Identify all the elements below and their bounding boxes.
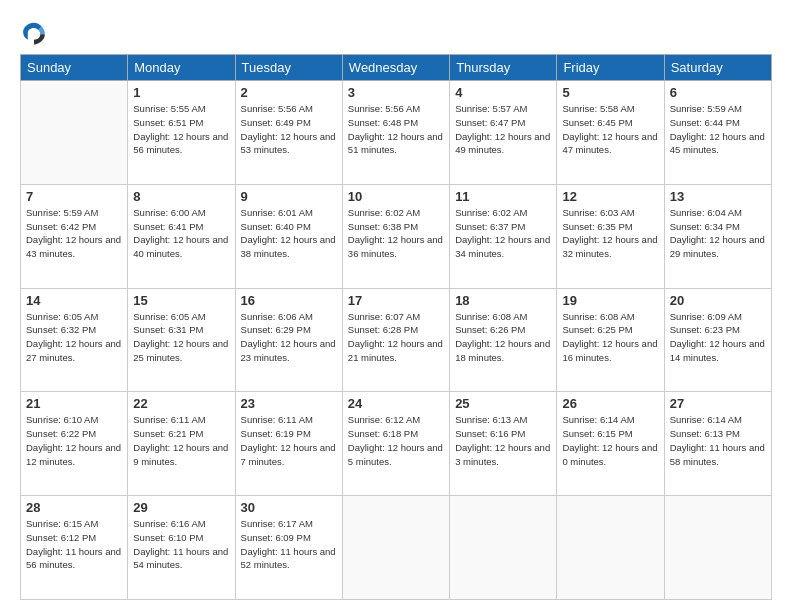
daylight-text: Daylight: 11 hours and 56 minutes. <box>26 546 121 571</box>
cell-info: Sunrise: 5:55 AMSunset: 6:51 PMDaylight:… <box>133 102 229 157</box>
daylight-text: Daylight: 12 hours and 3 minutes. <box>455 442 550 467</box>
calendar-cell: 5Sunrise: 5:58 AMSunset: 6:45 PMDaylight… <box>557 81 664 185</box>
calendar-table: SundayMondayTuesdayWednesdayThursdayFrid… <box>20 54 772 600</box>
day-number: 20 <box>670 293 766 308</box>
day-number: 25 <box>455 396 551 411</box>
cell-info: Sunrise: 5:58 AMSunset: 6:45 PMDaylight:… <box>562 102 658 157</box>
calendar-cell: 15Sunrise: 6:05 AMSunset: 6:31 PMDayligh… <box>128 288 235 392</box>
calendar-cell: 1Sunrise: 5:55 AMSunset: 6:51 PMDaylight… <box>128 81 235 185</box>
calendar-header-sunday: Sunday <box>21 55 128 81</box>
cell-info: Sunrise: 6:04 AMSunset: 6:34 PMDaylight:… <box>670 206 766 261</box>
sunrise-text: Sunrise: 6:16 AM <box>133 518 205 529</box>
sunset-text: Sunset: 6:34 PM <box>670 221 740 232</box>
calendar-cell <box>342 496 449 600</box>
day-number: 18 <box>455 293 551 308</box>
logo-icon <box>20 18 48 46</box>
sunset-text: Sunset: 6:35 PM <box>562 221 632 232</box>
cell-info: Sunrise: 6:05 AMSunset: 6:31 PMDaylight:… <box>133 310 229 365</box>
day-number: 26 <box>562 396 658 411</box>
sunrise-text: Sunrise: 6:11 AM <box>241 414 313 425</box>
sunrise-text: Sunrise: 6:17 AM <box>241 518 313 529</box>
calendar-cell: 17Sunrise: 6:07 AMSunset: 6:28 PMDayligh… <box>342 288 449 392</box>
sunset-text: Sunset: 6:16 PM <box>455 428 525 439</box>
cell-info: Sunrise: 6:14 AMSunset: 6:15 PMDaylight:… <box>562 413 658 468</box>
cell-info: Sunrise: 6:06 AMSunset: 6:29 PMDaylight:… <box>241 310 337 365</box>
sunset-text: Sunset: 6:18 PM <box>348 428 418 439</box>
calendar-cell: 18Sunrise: 6:08 AMSunset: 6:26 PMDayligh… <box>450 288 557 392</box>
calendar-cell: 30Sunrise: 6:17 AMSunset: 6:09 PMDayligh… <box>235 496 342 600</box>
calendar-week-5: 28Sunrise: 6:15 AMSunset: 6:12 PMDayligh… <box>21 496 772 600</box>
sunset-text: Sunset: 6:31 PM <box>133 324 203 335</box>
daylight-text: Daylight: 12 hours and 45 minutes. <box>670 131 765 156</box>
calendar-cell <box>450 496 557 600</box>
calendar-cell: 28Sunrise: 6:15 AMSunset: 6:12 PMDayligh… <box>21 496 128 600</box>
day-number: 29 <box>133 500 229 515</box>
day-number: 5 <box>562 85 658 100</box>
sunrise-text: Sunrise: 6:13 AM <box>455 414 527 425</box>
cell-info: Sunrise: 6:03 AMSunset: 6:35 PMDaylight:… <box>562 206 658 261</box>
day-number: 24 <box>348 396 444 411</box>
calendar-header-thursday: Thursday <box>450 55 557 81</box>
day-number: 16 <box>241 293 337 308</box>
daylight-text: Daylight: 12 hours and 43 minutes. <box>26 234 121 259</box>
daylight-text: Daylight: 12 hours and 0 minutes. <box>562 442 657 467</box>
day-number: 30 <box>241 500 337 515</box>
daylight-text: Daylight: 12 hours and 12 minutes. <box>26 442 121 467</box>
daylight-text: Daylight: 12 hours and 32 minutes. <box>562 234 657 259</box>
sunrise-text: Sunrise: 5:57 AM <box>455 103 527 114</box>
cell-info: Sunrise: 6:05 AMSunset: 6:32 PMDaylight:… <box>26 310 122 365</box>
sunrise-text: Sunrise: 5:59 AM <box>670 103 742 114</box>
sunrise-text: Sunrise: 6:07 AM <box>348 311 420 322</box>
cell-info: Sunrise: 5:56 AMSunset: 6:49 PMDaylight:… <box>241 102 337 157</box>
daylight-text: Daylight: 12 hours and 18 minutes. <box>455 338 550 363</box>
calendar-cell: 27Sunrise: 6:14 AMSunset: 6:13 PMDayligh… <box>664 392 771 496</box>
daylight-text: Daylight: 12 hours and 9 minutes. <box>133 442 228 467</box>
day-number: 21 <box>26 396 122 411</box>
cell-info: Sunrise: 6:02 AMSunset: 6:38 PMDaylight:… <box>348 206 444 261</box>
sunrise-text: Sunrise: 6:02 AM <box>455 207 527 218</box>
calendar-cell: 4Sunrise: 5:57 AMSunset: 6:47 PMDaylight… <box>450 81 557 185</box>
header <box>20 18 772 46</box>
cell-info: Sunrise: 5:57 AMSunset: 6:47 PMDaylight:… <box>455 102 551 157</box>
day-number: 12 <box>562 189 658 204</box>
cell-info: Sunrise: 6:11 AMSunset: 6:19 PMDaylight:… <box>241 413 337 468</box>
sunset-text: Sunset: 6:32 PM <box>26 324 96 335</box>
daylight-text: Daylight: 12 hours and 16 minutes. <box>562 338 657 363</box>
sunset-text: Sunset: 6:38 PM <box>348 221 418 232</box>
day-number: 13 <box>670 189 766 204</box>
day-number: 7 <box>26 189 122 204</box>
calendar-week-1: 1Sunrise: 5:55 AMSunset: 6:51 PMDaylight… <box>21 81 772 185</box>
daylight-text: Daylight: 12 hours and 40 minutes. <box>133 234 228 259</box>
day-number: 1 <box>133 85 229 100</box>
daylight-text: Daylight: 11 hours and 54 minutes. <box>133 546 228 571</box>
cell-info: Sunrise: 6:07 AMSunset: 6:28 PMDaylight:… <box>348 310 444 365</box>
cell-info: Sunrise: 6:16 AMSunset: 6:10 PMDaylight:… <box>133 517 229 572</box>
sunrise-text: Sunrise: 6:08 AM <box>455 311 527 322</box>
calendar-header-saturday: Saturday <box>664 55 771 81</box>
calendar-cell: 22Sunrise: 6:11 AMSunset: 6:21 PMDayligh… <box>128 392 235 496</box>
calendar-header-wednesday: Wednesday <box>342 55 449 81</box>
cell-info: Sunrise: 5:59 AMSunset: 6:44 PMDaylight:… <box>670 102 766 157</box>
sunrise-text: Sunrise: 6:10 AM <box>26 414 98 425</box>
sunset-text: Sunset: 6:47 PM <box>455 117 525 128</box>
day-number: 27 <box>670 396 766 411</box>
daylight-text: Daylight: 12 hours and 53 minutes. <box>241 131 336 156</box>
daylight-text: Daylight: 12 hours and 27 minutes. <box>26 338 121 363</box>
sunrise-text: Sunrise: 6:04 AM <box>670 207 742 218</box>
sunset-text: Sunset: 6:12 PM <box>26 532 96 543</box>
day-number: 10 <box>348 189 444 204</box>
sunset-text: Sunset: 6:21 PM <box>133 428 203 439</box>
daylight-text: Daylight: 12 hours and 25 minutes. <box>133 338 228 363</box>
sunrise-text: Sunrise: 6:12 AM <box>348 414 420 425</box>
cell-info: Sunrise: 6:00 AMSunset: 6:41 PMDaylight:… <box>133 206 229 261</box>
logo <box>20 18 52 46</box>
calendar-cell: 10Sunrise: 6:02 AMSunset: 6:38 PMDayligh… <box>342 184 449 288</box>
sunset-text: Sunset: 6:44 PM <box>670 117 740 128</box>
calendar-cell <box>664 496 771 600</box>
sunset-text: Sunset: 6:29 PM <box>241 324 311 335</box>
page: SundayMondayTuesdayWednesdayThursdayFrid… <box>0 0 792 612</box>
sunrise-text: Sunrise: 5:55 AM <box>133 103 205 114</box>
cell-info: Sunrise: 5:59 AMSunset: 6:42 PMDaylight:… <box>26 206 122 261</box>
sunset-text: Sunset: 6:48 PM <box>348 117 418 128</box>
calendar-cell <box>21 81 128 185</box>
